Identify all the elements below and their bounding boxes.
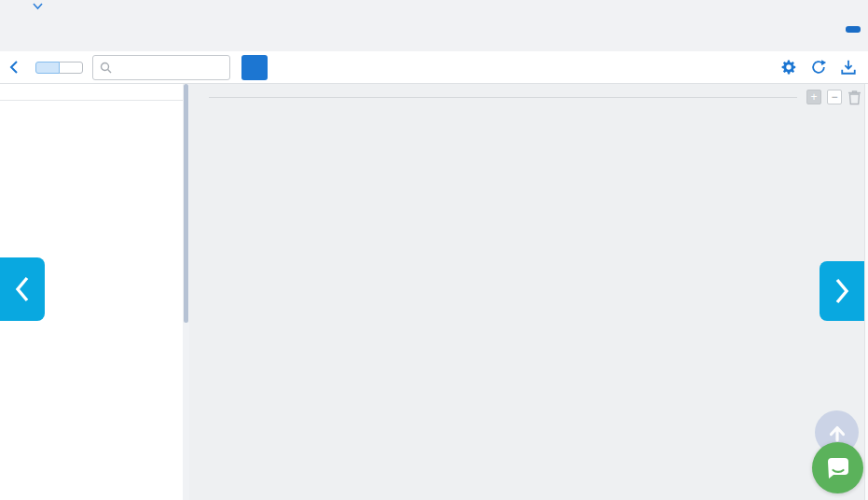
download-icon[interactable]: [840, 59, 857, 76]
tab-text-analytics[interactable]: [59, 62, 83, 74]
next-page-button[interactable]: [820, 261, 864, 321]
search-icon: [100, 62, 112, 74]
page-header: [0, 0, 868, 51]
expand-all-icon[interactable]: +: [806, 90, 821, 104]
clusters-main: + −: [189, 84, 868, 500]
chevron-down-icon[interactable]: [33, 3, 41, 11]
start-text-analytics-button[interactable]: [241, 55, 268, 80]
settings-gear-icon[interactable]: [780, 59, 797, 76]
tab-clustering[interactable]: [35, 62, 60, 74]
back-chevron-icon[interactable]: [9, 59, 24, 76]
toolbar: [0, 51, 868, 84]
refresh-icon[interactable]: [810, 59, 827, 76]
cluster-group-header: + −: [190, 84, 863, 110]
divider: [209, 97, 797, 98]
search-input[interactable]: [117, 61, 223, 74]
collapse-all-icon[interactable]: −: [827, 90, 842, 104]
phrase-search[interactable]: [92, 55, 230, 80]
page-scrollbar[interactable]: [864, 84, 868, 500]
sidebar-scrollbar[interactable]: [183, 84, 189, 500]
sidebar-header: [0, 84, 183, 101]
scrollbar-thumb[interactable]: [184, 84, 188, 323]
chat-widget-button[interactable]: [812, 442, 863, 493]
available-limit-badge: [846, 26, 861, 33]
prev-page-button[interactable]: [0, 257, 45, 321]
delete-group-icon[interactable]: [847, 90, 861, 105]
view-tabs: [35, 62, 83, 74]
